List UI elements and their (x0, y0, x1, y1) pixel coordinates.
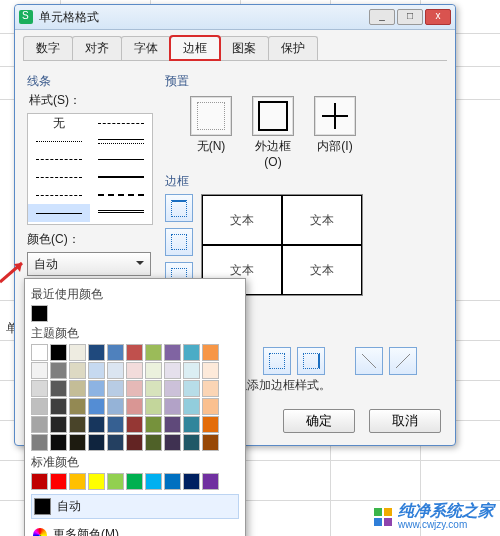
border-top-button[interactable] (165, 194, 193, 222)
titlebar[interactable]: 单元格格式 _ □ x (15, 5, 455, 30)
color-swatch[interactable] (31, 305, 48, 322)
color-swatch[interactable] (145, 380, 162, 397)
color-swatch[interactable] (69, 380, 86, 397)
color-swatch[interactable] (183, 434, 200, 451)
color-swatch[interactable] (202, 416, 219, 433)
tab-number[interactable]: 数字 (23, 36, 73, 60)
color-swatch[interactable] (164, 362, 181, 379)
color-swatch[interactable] (31, 434, 48, 451)
color-swatch[interactable] (69, 473, 86, 490)
color-swatch[interactable] (183, 473, 200, 490)
color-swatch[interactable] (202, 380, 219, 397)
color-swatch[interactable] (107, 416, 124, 433)
color-swatch[interactable] (164, 434, 181, 451)
color-swatch[interactable] (50, 380, 67, 397)
color-swatch[interactable] (107, 434, 124, 451)
style-opt[interactable] (90, 204, 152, 222)
color-swatch[interactable] (183, 344, 200, 361)
color-swatch[interactable] (202, 362, 219, 379)
color-swatch[interactable] (50, 434, 67, 451)
style-opt[interactable] (90, 168, 152, 186)
color-swatch[interactable] (164, 398, 181, 415)
color-auto-option[interactable]: 自动 (31, 494, 239, 519)
color-swatch[interactable] (164, 380, 181, 397)
preset-inside[interactable]: 内部(I) (311, 96, 359, 169)
border-vmiddle-button[interactable] (263, 347, 291, 375)
color-swatch[interactable] (88, 473, 105, 490)
color-swatch[interactable] (145, 344, 162, 361)
color-swatch[interactable] (164, 344, 181, 361)
color-swatch[interactable] (183, 362, 200, 379)
color-swatch[interactable] (88, 434, 105, 451)
color-swatch[interactable] (88, 344, 105, 361)
color-swatch[interactable] (107, 362, 124, 379)
style-opt[interactable] (28, 168, 90, 186)
color-swatch[interactable] (164, 473, 181, 490)
color-swatch[interactable] (69, 434, 86, 451)
color-swatch[interactable] (145, 434, 162, 451)
style-none[interactable]: 无 (28, 114, 90, 132)
tab-font[interactable]: 字体 (121, 36, 171, 60)
preset-none[interactable]: 无(N) (187, 96, 235, 169)
color-swatch[interactable] (183, 380, 200, 397)
color-swatch[interactable] (202, 473, 219, 490)
tab-align[interactable]: 对齐 (72, 36, 122, 60)
border-diag-up-button[interactable] (389, 347, 417, 375)
color-swatch[interactable] (31, 380, 48, 397)
color-swatch[interactable] (88, 362, 105, 379)
color-swatch[interactable] (126, 398, 143, 415)
color-swatch[interactable] (31, 473, 48, 490)
color-swatch[interactable] (50, 473, 67, 490)
color-swatch[interactable] (126, 380, 143, 397)
style-opt[interactable] (28, 186, 90, 204)
color-swatch[interactable] (145, 398, 162, 415)
style-opt[interactable] (28, 132, 90, 150)
color-swatch[interactable] (145, 473, 162, 490)
tab-pattern[interactable]: 图案 (219, 36, 269, 60)
color-swatch[interactable] (88, 380, 105, 397)
color-swatch[interactable] (145, 362, 162, 379)
color-swatch[interactable] (164, 416, 181, 433)
color-swatch[interactable] (69, 416, 86, 433)
maximize-button[interactable]: □ (397, 9, 423, 25)
color-swatch[interactable] (145, 416, 162, 433)
more-colors-option[interactable]: 更多颜色(M)... (31, 523, 239, 536)
border-diag-down-button[interactable] (355, 347, 383, 375)
color-swatch[interactable] (31, 344, 48, 361)
style-opt[interactable] (28, 150, 90, 168)
color-swatch[interactable] (50, 398, 67, 415)
preset-outline[interactable]: 外边框(O) (249, 96, 297, 169)
color-swatch[interactable] (126, 362, 143, 379)
color-swatch[interactable] (50, 344, 67, 361)
color-swatch[interactable] (31, 398, 48, 415)
color-swatch[interactable] (50, 362, 67, 379)
color-dropdown[interactable]: 自动 (27, 252, 151, 276)
border-hmiddle-button[interactable] (165, 228, 193, 256)
color-swatch[interactable] (107, 473, 124, 490)
line-style-grid[interactable]: 无 (27, 113, 153, 225)
color-swatch[interactable] (107, 344, 124, 361)
color-swatch[interactable] (126, 344, 143, 361)
tab-border[interactable]: 边框 (170, 36, 220, 60)
color-swatch[interactable] (31, 362, 48, 379)
color-swatch[interactable] (107, 380, 124, 397)
color-swatch[interactable] (31, 416, 48, 433)
style-opt[interactable] (90, 132, 152, 150)
color-swatch[interactable] (126, 434, 143, 451)
color-swatch[interactable] (126, 473, 143, 490)
style-opt[interactable] (90, 186, 152, 204)
ok-button[interactable]: 确定 (283, 409, 355, 433)
close-button[interactable]: x (425, 9, 451, 25)
color-swatch[interactable] (126, 416, 143, 433)
color-swatch[interactable] (50, 416, 67, 433)
color-swatch[interactable] (183, 416, 200, 433)
tab-protect[interactable]: 保护 (268, 36, 318, 60)
color-swatch[interactable] (107, 398, 124, 415)
color-swatch[interactable] (88, 398, 105, 415)
color-swatch[interactable] (202, 434, 219, 451)
minimize-button[interactable]: _ (369, 9, 395, 25)
cancel-button[interactable]: 取消 (369, 409, 441, 433)
color-swatch[interactable] (88, 416, 105, 433)
color-swatch[interactable] (69, 344, 86, 361)
border-right-button[interactable] (297, 347, 325, 375)
